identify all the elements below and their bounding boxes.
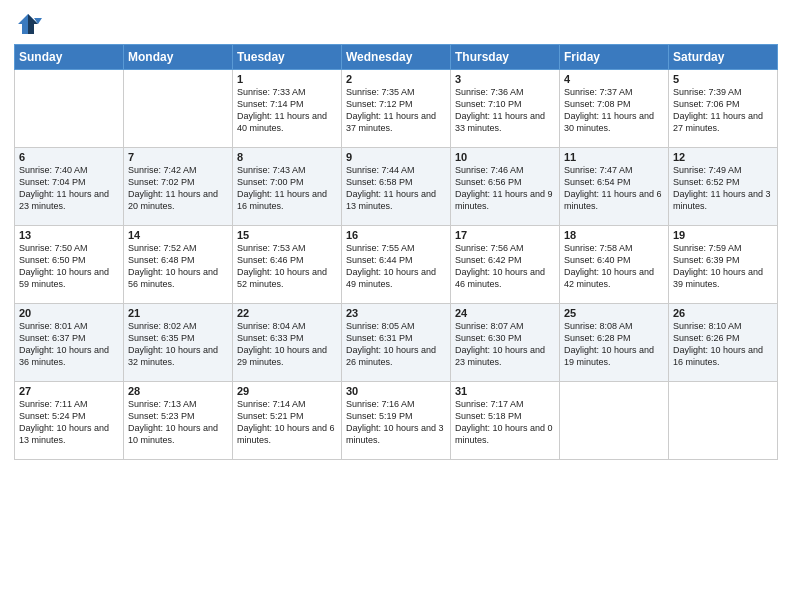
- day-info: Sunrise: 7:35 AM Sunset: 7:12 PM Dayligh…: [346, 86, 446, 135]
- calendar-week-row: 13Sunrise: 7:50 AM Sunset: 6:50 PM Dayli…: [15, 226, 778, 304]
- day-info: Sunrise: 8:08 AM Sunset: 6:28 PM Dayligh…: [564, 320, 664, 369]
- calendar-cell: 22Sunrise: 8:04 AM Sunset: 6:33 PM Dayli…: [233, 304, 342, 382]
- calendar-cell: 4Sunrise: 7:37 AM Sunset: 7:08 PM Daylig…: [560, 70, 669, 148]
- header-monday: Monday: [124, 45, 233, 70]
- logo: [14, 10, 46, 38]
- calendar-cell: [15, 70, 124, 148]
- calendar-cell: 11Sunrise: 7:47 AM Sunset: 6:54 PM Dayli…: [560, 148, 669, 226]
- day-info: Sunrise: 8:02 AM Sunset: 6:35 PM Dayligh…: [128, 320, 228, 369]
- calendar-week-row: 1Sunrise: 7:33 AM Sunset: 7:14 PM Daylig…: [15, 70, 778, 148]
- day-info: Sunrise: 7:46 AM Sunset: 6:56 PM Dayligh…: [455, 164, 555, 213]
- day-number: 11: [564, 151, 664, 163]
- day-number: 6: [19, 151, 119, 163]
- day-number: 17: [455, 229, 555, 241]
- day-number: 26: [673, 307, 773, 319]
- calendar-cell: 23Sunrise: 8:05 AM Sunset: 6:31 PM Dayli…: [342, 304, 451, 382]
- calendar-cell: 31Sunrise: 7:17 AM Sunset: 5:18 PM Dayli…: [451, 382, 560, 460]
- calendar-cell: 26Sunrise: 8:10 AM Sunset: 6:26 PM Dayli…: [669, 304, 778, 382]
- day-number: 22: [237, 307, 337, 319]
- day-info: Sunrise: 8:07 AM Sunset: 6:30 PM Dayligh…: [455, 320, 555, 369]
- calendar-week-row: 20Sunrise: 8:01 AM Sunset: 6:37 PM Dayli…: [15, 304, 778, 382]
- calendar-cell: 13Sunrise: 7:50 AM Sunset: 6:50 PM Dayli…: [15, 226, 124, 304]
- day-number: 9: [346, 151, 446, 163]
- calendar-cell: 15Sunrise: 7:53 AM Sunset: 6:46 PM Dayli…: [233, 226, 342, 304]
- calendar-cell: 16Sunrise: 7:55 AM Sunset: 6:44 PM Dayli…: [342, 226, 451, 304]
- calendar-cell: 5Sunrise: 7:39 AM Sunset: 7:06 PM Daylig…: [669, 70, 778, 148]
- calendar-cell: [124, 70, 233, 148]
- calendar-cell: [669, 382, 778, 460]
- day-number: 2: [346, 73, 446, 85]
- day-number: 10: [455, 151, 555, 163]
- day-info: Sunrise: 8:04 AM Sunset: 6:33 PM Dayligh…: [237, 320, 337, 369]
- header-wednesday: Wednesday: [342, 45, 451, 70]
- day-info: Sunrise: 7:14 AM Sunset: 5:21 PM Dayligh…: [237, 398, 337, 447]
- day-number: 18: [564, 229, 664, 241]
- calendar-cell: 24Sunrise: 8:07 AM Sunset: 6:30 PM Dayli…: [451, 304, 560, 382]
- header-sunday: Sunday: [15, 45, 124, 70]
- day-info: Sunrise: 7:33 AM Sunset: 7:14 PM Dayligh…: [237, 86, 337, 135]
- logo-icon: [14, 10, 42, 38]
- day-info: Sunrise: 8:05 AM Sunset: 6:31 PM Dayligh…: [346, 320, 446, 369]
- calendar-cell: 10Sunrise: 7:46 AM Sunset: 6:56 PM Dayli…: [451, 148, 560, 226]
- day-number: 12: [673, 151, 773, 163]
- calendar-cell: 20Sunrise: 8:01 AM Sunset: 6:37 PM Dayli…: [15, 304, 124, 382]
- day-info: Sunrise: 8:01 AM Sunset: 6:37 PM Dayligh…: [19, 320, 119, 369]
- calendar-cell: 2Sunrise: 7:35 AM Sunset: 7:12 PM Daylig…: [342, 70, 451, 148]
- day-info: Sunrise: 7:53 AM Sunset: 6:46 PM Dayligh…: [237, 242, 337, 291]
- day-info: Sunrise: 7:49 AM Sunset: 6:52 PM Dayligh…: [673, 164, 773, 213]
- day-info: Sunrise: 7:40 AM Sunset: 7:04 PM Dayligh…: [19, 164, 119, 213]
- calendar-cell: 30Sunrise: 7:16 AM Sunset: 5:19 PM Dayli…: [342, 382, 451, 460]
- header-saturday: Saturday: [669, 45, 778, 70]
- calendar-cell: 7Sunrise: 7:42 AM Sunset: 7:02 PM Daylig…: [124, 148, 233, 226]
- calendar-header-row: SundayMondayTuesdayWednesdayThursdayFrid…: [15, 45, 778, 70]
- calendar-cell: 18Sunrise: 7:58 AM Sunset: 6:40 PM Dayli…: [560, 226, 669, 304]
- day-info: Sunrise: 7:47 AM Sunset: 6:54 PM Dayligh…: [564, 164, 664, 213]
- day-number: 25: [564, 307, 664, 319]
- calendar-cell: 28Sunrise: 7:13 AM Sunset: 5:23 PM Dayli…: [124, 382, 233, 460]
- day-info: Sunrise: 7:17 AM Sunset: 5:18 PM Dayligh…: [455, 398, 555, 447]
- day-number: 14: [128, 229, 228, 241]
- day-number: 5: [673, 73, 773, 85]
- day-info: Sunrise: 7:59 AM Sunset: 6:39 PM Dayligh…: [673, 242, 773, 291]
- day-info: Sunrise: 7:43 AM Sunset: 7:00 PM Dayligh…: [237, 164, 337, 213]
- calendar-cell: 14Sunrise: 7:52 AM Sunset: 6:48 PM Dayli…: [124, 226, 233, 304]
- page: SundayMondayTuesdayWednesdayThursdayFrid…: [0, 0, 792, 612]
- day-number: 15: [237, 229, 337, 241]
- calendar-week-row: 6Sunrise: 7:40 AM Sunset: 7:04 PM Daylig…: [15, 148, 778, 226]
- day-number: 27: [19, 385, 119, 397]
- day-number: 16: [346, 229, 446, 241]
- day-info: Sunrise: 7:42 AM Sunset: 7:02 PM Dayligh…: [128, 164, 228, 213]
- header-friday: Friday: [560, 45, 669, 70]
- day-number: 29: [237, 385, 337, 397]
- calendar-table: SundayMondayTuesdayWednesdayThursdayFrid…: [14, 44, 778, 460]
- calendar-cell: 8Sunrise: 7:43 AM Sunset: 7:00 PM Daylig…: [233, 148, 342, 226]
- day-number: 23: [346, 307, 446, 319]
- calendar-cell: 25Sunrise: 8:08 AM Sunset: 6:28 PM Dayli…: [560, 304, 669, 382]
- day-info: Sunrise: 7:50 AM Sunset: 6:50 PM Dayligh…: [19, 242, 119, 291]
- header-tuesday: Tuesday: [233, 45, 342, 70]
- day-info: Sunrise: 7:37 AM Sunset: 7:08 PM Dayligh…: [564, 86, 664, 135]
- calendar-cell: 27Sunrise: 7:11 AM Sunset: 5:24 PM Dayli…: [15, 382, 124, 460]
- calendar-cell: 12Sunrise: 7:49 AM Sunset: 6:52 PM Dayli…: [669, 148, 778, 226]
- day-number: 30: [346, 385, 446, 397]
- calendar-cell: 9Sunrise: 7:44 AM Sunset: 6:58 PM Daylig…: [342, 148, 451, 226]
- day-info: Sunrise: 7:39 AM Sunset: 7:06 PM Dayligh…: [673, 86, 773, 135]
- day-number: 21: [128, 307, 228, 319]
- day-number: 1: [237, 73, 337, 85]
- day-info: Sunrise: 7:58 AM Sunset: 6:40 PM Dayligh…: [564, 242, 664, 291]
- calendar-cell: 6Sunrise: 7:40 AM Sunset: 7:04 PM Daylig…: [15, 148, 124, 226]
- day-number: 3: [455, 73, 555, 85]
- day-number: 8: [237, 151, 337, 163]
- day-number: 7: [128, 151, 228, 163]
- header: [14, 10, 778, 38]
- calendar-cell: 29Sunrise: 7:14 AM Sunset: 5:21 PM Dayli…: [233, 382, 342, 460]
- day-number: 20: [19, 307, 119, 319]
- day-number: 31: [455, 385, 555, 397]
- calendar-cell: 3Sunrise: 7:36 AM Sunset: 7:10 PM Daylig…: [451, 70, 560, 148]
- calendar-cell: 19Sunrise: 7:59 AM Sunset: 6:39 PM Dayli…: [669, 226, 778, 304]
- day-info: Sunrise: 7:13 AM Sunset: 5:23 PM Dayligh…: [128, 398, 228, 447]
- calendar-week-row: 27Sunrise: 7:11 AM Sunset: 5:24 PM Dayli…: [15, 382, 778, 460]
- header-thursday: Thursday: [451, 45, 560, 70]
- day-info: Sunrise: 7:56 AM Sunset: 6:42 PM Dayligh…: [455, 242, 555, 291]
- day-info: Sunrise: 7:11 AM Sunset: 5:24 PM Dayligh…: [19, 398, 119, 447]
